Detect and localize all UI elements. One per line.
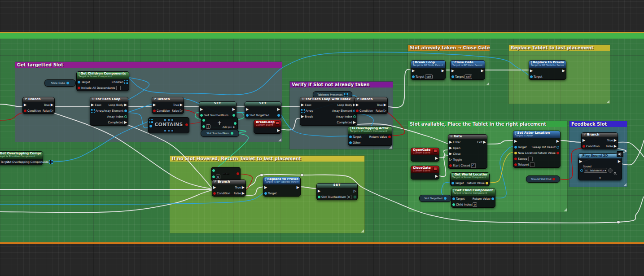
data-pin-teal[interactable] bbox=[318, 196, 320, 198]
node-set-actor-location[interactable]: ƒSet Actor LocationTarget is Actor▶▶Targ… bbox=[513, 131, 561, 168]
data-pin-teal[interactable] bbox=[124, 115, 127, 118]
node-get-children-components[interactable]: ƒGet Children ComponentsTarget is Scene … bbox=[76, 71, 129, 91]
data-pin-yellow[interactable] bbox=[514, 152, 517, 154]
data-pin-red[interactable] bbox=[185, 123, 188, 126]
exec-pin[interactable]: ▶ bbox=[556, 140, 559, 143]
exec-pin[interactable]: ▶ bbox=[51, 103, 53, 107]
pin-value-box[interactable]: self bbox=[464, 74, 472, 79]
reroute-node[interactable] bbox=[617, 221, 620, 223]
node-header[interactable]: ƒGet Overlapping ComponentsTarget is Pri… bbox=[0, 152, 43, 159]
node-event-closegate[interactable]: CloseGateCustom Event▶ bbox=[411, 166, 439, 180]
data-pin-teal[interactable] bbox=[452, 203, 455, 206]
node-contains[interactable]: CONTAINS bbox=[148, 117, 189, 133]
data-pin-teal[interactable] bbox=[212, 175, 215, 178]
exec-pin[interactable]: ▶ bbox=[301, 103, 304, 107]
node-set-slot-touchednum-2[interactable]: SET▶▷Slot TouchedNum0 bbox=[316, 183, 358, 200]
exec-pin-hollow[interactable]: ▷ bbox=[449, 158, 452, 162]
sound-asset-dropdown[interactable]: SC_TabletteMur▾ bbox=[584, 168, 607, 173]
node-header[interactable]: SET bbox=[245, 102, 281, 106]
exec-pin[interactable]: ▶ bbox=[384, 103, 386, 107]
data-pin-teal[interactable] bbox=[353, 115, 356, 118]
node-header[interactable]: CloseGateCustom Event bbox=[411, 166, 439, 173]
node-gate[interactable]: ≡Gate▶EnterExit▶▶Open▶Close▷ToggleStart … bbox=[448, 134, 487, 169]
exec-pin[interactable]: ▶ bbox=[232, 108, 235, 111]
wire-blue-37[interactable] bbox=[494, 146, 515, 198]
data-pin-blue[interactable] bbox=[556, 146, 559, 149]
data-pin-red[interactable] bbox=[514, 158, 517, 160]
exec-pin[interactable]: ▶ bbox=[614, 139, 617, 142]
node-header[interactable]: BreakLoopCustom Event bbox=[254, 120, 281, 127]
data-pin-red[interactable] bbox=[449, 164, 452, 167]
data-pin-teal[interactable] bbox=[200, 114, 203, 117]
expand-advanced-chevron-icon[interactable]: ▾ bbox=[599, 177, 601, 180]
exec-pin[interactable]: ▶ bbox=[483, 140, 486, 144]
node-add-int[interactable]: +Add pin ⊕1 bbox=[201, 117, 238, 131]
array-pin[interactable] bbox=[344, 93, 348, 96]
wire-exec-16[interactable] bbox=[559, 140, 582, 142]
node-call-break-loop[interactable]: ƒBreak LoopTarget is BP Stele Parent▶▶Ta… bbox=[411, 60, 446, 80]
node-header[interactable]: ƒGet World LocationTarget is Scene Compo… bbox=[451, 173, 489, 180]
node-header[interactable]: ↱Branch bbox=[152, 97, 184, 102]
data-pin-teal[interactable] bbox=[212, 169, 215, 172]
blueprint-graph-canvas[interactable]: Get targetted SlotVerify if Slot not alr… bbox=[0, 0, 644, 276]
exec-pin-hollow[interactable]: ▷ bbox=[51, 109, 53, 113]
exec-pin-hollow[interactable]: ▷ bbox=[354, 189, 356, 193]
data-pin-blue[interactable] bbox=[246, 114, 249, 117]
exec-pin[interactable]: ▶ bbox=[435, 175, 438, 178]
data-pin-blue[interactable] bbox=[264, 192, 267, 195]
exec-pin[interactable]: ▶ bbox=[242, 192, 245, 195]
wire-exec-9[interactable] bbox=[388, 70, 412, 108]
node-header[interactable]: ↻For Each Loop with Break bbox=[300, 97, 357, 102]
node-header[interactable]: ↱Branch bbox=[212, 180, 245, 184]
exec-pin[interactable]: ▶ bbox=[124, 103, 127, 107]
node-header[interactable]: ƒClose GateTarget is BP Stele Parent bbox=[451, 61, 485, 68]
data-pin-red[interactable] bbox=[153, 110, 156, 112]
wire-teal-47[interactable] bbox=[213, 133, 248, 171]
node-header[interactable]: ↱Branch bbox=[23, 97, 54, 102]
node-set-slot-touchednum-1[interactable]: SET▶▶Slot TouchedNum bbox=[199, 101, 237, 118]
data-pin-blue[interactable] bbox=[451, 75, 454, 78]
exec-pin[interactable]: ▶ bbox=[451, 69, 454, 73]
node-play-sound-2d[interactable]: ƒPlay Sound 2D▶▶SoundSC_TabletteMur▾▾ bbox=[578, 153, 622, 180]
array-pin[interactable] bbox=[301, 109, 305, 113]
node-header[interactable]: ƒGet Children ComponentsTarget is Scene … bbox=[77, 72, 129, 79]
wire-exec-0[interactable] bbox=[0, 104, 23, 107]
data-pin-blue[interactable] bbox=[451, 182, 454, 184]
data-pin-red[interactable] bbox=[552, 178, 555, 180]
exec-pin[interactable]: ▶ bbox=[353, 121, 356, 124]
exec-pin[interactable]: ▶ bbox=[318, 189, 320, 193]
exec-pin[interactable]: ▶ bbox=[297, 186, 299, 189]
data-pin-blue[interactable] bbox=[277, 114, 280, 117]
node-header[interactable]: ƒPlay Sound 2D bbox=[578, 154, 622, 158]
exec-pin[interactable]: ▶ bbox=[449, 146, 452, 150]
browse-magnifier-button[interactable] bbox=[613, 169, 617, 172]
node-header[interactable]: ƒReplace to Previous PosTarget is BP Tab… bbox=[263, 177, 300, 184]
exec-pin[interactable]: ▶ bbox=[91, 103, 94, 107]
node-header[interactable]: ƒSet Actor LocationTarget is Actor bbox=[513, 131, 560, 138]
exec-pin[interactable]: ▶ bbox=[583, 139, 585, 142]
node-header[interactable]: ↻For Each Loop bbox=[90, 97, 128, 102]
node-header[interactable]: ƒGet Child ComponentTarget is Scene Comp… bbox=[451, 188, 495, 196]
data-pin-teal[interactable] bbox=[234, 122, 237, 125]
wire-exec-24[interactable] bbox=[0, 190, 213, 212]
data-pin-red[interactable] bbox=[213, 192, 216, 195]
wire-exec-4[interactable] bbox=[127, 124, 213, 189]
node-get-overlapping-components[interactable]: ƒGet Overlapping ComponentsTarget is Pri… bbox=[0, 151, 43, 165]
data-pin-blue[interactable] bbox=[78, 81, 80, 83]
exec-pin[interactable]: ▶ bbox=[301, 115, 304, 118]
node-header[interactable]: SET bbox=[317, 184, 357, 188]
data-pin-blue[interactable] bbox=[491, 197, 494, 200]
node-getter-slot-targetted[interactable]: Slot Targetted bbox=[419, 195, 451, 202]
exec-pin[interactable]: ▶ bbox=[614, 145, 617, 148]
exec-pin[interactable]: ▶ bbox=[356, 103, 359, 107]
exec-pin[interactable]: ▶ bbox=[481, 69, 484, 73]
data-pin-teal[interactable] bbox=[202, 119, 205, 122]
wire-exec-15[interactable] bbox=[486, 140, 514, 144]
data-pin-blue[interactable] bbox=[452, 197, 455, 200]
data-pin-blue[interactable] bbox=[66, 82, 69, 84]
data-pin-blue[interactable] bbox=[530, 75, 533, 78]
node-is-overlapping-actor[interactable]: ƒIs Overlapping ActorTarget is Primitive… bbox=[348, 126, 392, 146]
node-getter-should-slot-end[interactable]: Should Slot End bbox=[526, 175, 560, 183]
data-pin-teal[interactable] bbox=[231, 132, 233, 135]
data-pin-red[interactable] bbox=[356, 110, 359, 112]
